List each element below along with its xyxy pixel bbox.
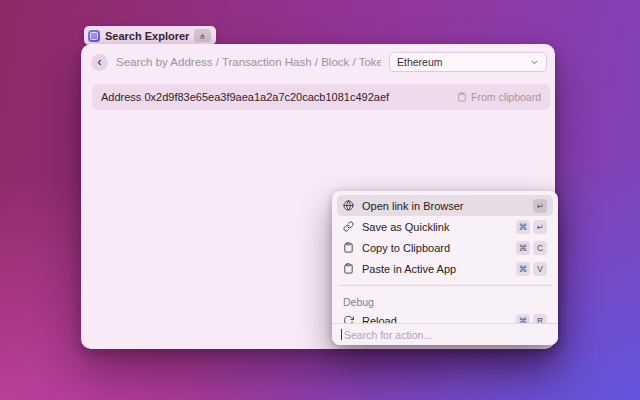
action-menu-list: Open link in Browser↵Save as Quicklink⌘↵… bbox=[332, 191, 558, 324]
text-cursor bbox=[341, 329, 342, 340]
action-menu-item[interactable]: Copy to Clipboard⌘C bbox=[337, 237, 553, 258]
shortcut-keys: ⌘V bbox=[516, 262, 547, 276]
action-menu-item-label: Copy to Clipboard bbox=[362, 242, 508, 254]
window-title-chip[interactable]: Search Explorer bbox=[84, 26, 216, 45]
shortcut-keys: ⌘↵ bbox=[516, 220, 547, 234]
action-menu-item-label: Paste in Active App bbox=[362, 263, 508, 275]
search-bar: Search by Address / Transaction Hash / B… bbox=[81, 44, 555, 80]
keycap: ⌘ bbox=[516, 262, 530, 276]
result-row-address[interactable]: Address 0x2d9f83e65ea3f9aea1a2a7c20cacb1… bbox=[92, 84, 550, 110]
link-icon bbox=[343, 221, 354, 232]
desktop-background: Search Explorer Search by Address / Tran… bbox=[0, 0, 640, 400]
network-dropdown[interactable]: Ethereum bbox=[389, 52, 547, 72]
action-search-bar: Search for action... bbox=[332, 323, 558, 345]
clipboard-icon bbox=[343, 263, 354, 274]
eject-icon[interactable] bbox=[194, 29, 211, 42]
result-title: Address 0x2d9f83e65ea3f9aea1a2a7c20cacb1… bbox=[101, 91, 389, 103]
app-title: Search Explorer bbox=[105, 30, 189, 42]
action-menu: Open link in Browser↵Save as Quicklink⌘↵… bbox=[332, 191, 558, 345]
keycap: ⌘ bbox=[516, 241, 530, 255]
action-menu-item[interactable]: Open link in Browser↵ bbox=[337, 195, 553, 216]
back-button[interactable] bbox=[91, 54, 108, 71]
action-menu-item-label: Open link in Browser bbox=[362, 200, 525, 212]
app-icon-glyph bbox=[90, 32, 98, 40]
shortcut-keys: ↵ bbox=[533, 199, 547, 213]
chevron-down-icon bbox=[530, 58, 539, 67]
menu-divider bbox=[338, 285, 552, 286]
action-menu-item[interactable]: Reload⌘R bbox=[337, 310, 553, 324]
clipboard-icon bbox=[343, 242, 354, 253]
keycap: C bbox=[533, 241, 547, 255]
action-search-input[interactable]: Search for action... bbox=[344, 329, 432, 341]
shortcut-keys: ⌘C bbox=[516, 241, 547, 255]
menu-section-title: Debug bbox=[337, 292, 553, 310]
keycap: ⌘ bbox=[516, 220, 530, 234]
search-input[interactable]: Search by Address / Transaction Hash / B… bbox=[116, 56, 381, 68]
keycap: V bbox=[533, 262, 547, 276]
result-accessory: From clipboard bbox=[457, 91, 541, 103]
globe-icon bbox=[343, 200, 354, 211]
keycap: ↵ bbox=[533, 220, 547, 234]
action-menu-item[interactable]: Save as Quicklink⌘↵ bbox=[337, 216, 553, 237]
search-explorer-app-icon bbox=[88, 30, 100, 42]
network-dropdown-value: Ethereum bbox=[397, 56, 443, 68]
action-menu-item[interactable]: Paste in Active App⌘V bbox=[337, 258, 553, 279]
keycap: ↵ bbox=[533, 199, 547, 213]
result-accessory-label: From clipboard bbox=[471, 91, 541, 103]
clipboard-icon bbox=[457, 92, 467, 102]
action-menu-item-label: Save as Quicklink bbox=[362, 221, 508, 233]
